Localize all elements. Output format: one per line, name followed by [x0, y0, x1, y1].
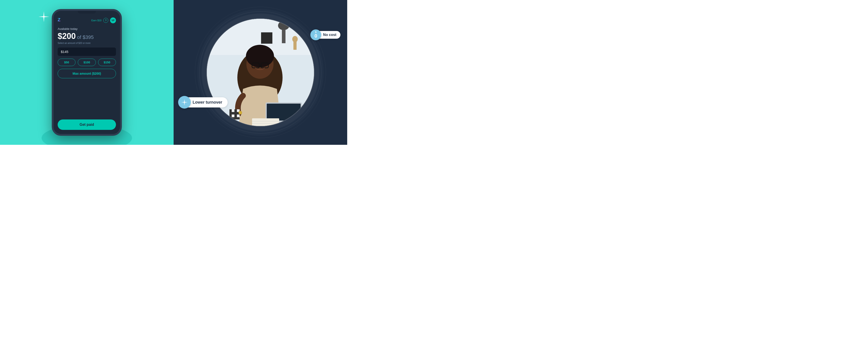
amount-separator: of: [77, 34, 81, 40]
photo-svg: [207, 19, 314, 126]
max-amount-button[interactable]: Max amount ($200): [58, 69, 116, 78]
phone-side-button-right: [121, 33, 122, 45]
get-paid-button[interactable]: Get paid: [58, 119, 116, 130]
right-panel: $ 0 No cost Lower turnover: [174, 0, 347, 145]
svg-rect-6: [261, 32, 272, 44]
user-avatar-badge[interactable]: VP: [110, 18, 116, 23]
svg-rect-21: [252, 118, 279, 126]
sparkle-circle-icon: [178, 96, 191, 109]
svg-rect-17: [237, 114, 240, 117]
app-logo: Z: [58, 17, 64, 24]
no-cost-badge: $ 0 No cost: [310, 29, 340, 40]
phone-mockup: Z Earn $10 ? VP Available today $200 of …: [52, 9, 122, 136]
dollar-amount: 0: [314, 33, 317, 38]
phone-app-header: Z Earn $10 ? VP: [58, 16, 116, 24]
no-cost-dollar-circle: $ 0: [310, 29, 321, 40]
available-amount-display: $200 of $395: [58, 31, 116, 41]
svg-rect-5: [293, 42, 297, 50]
sparkle-svg-icon: [181, 99, 188, 106]
svg-point-20: [239, 111, 242, 114]
person-photo-circle: [206, 18, 315, 127]
phone-notch: [78, 11, 96, 13]
amount-input[interactable]: $145: [58, 48, 116, 56]
quick-amount-100[interactable]: $100: [78, 59, 96, 66]
svg-rect-16: [232, 114, 235, 117]
lower-turnover-badge: Lower turnover: [178, 96, 228, 109]
svg-point-9: [246, 45, 274, 67]
quick-amount-150[interactable]: $150: [98, 59, 116, 66]
svg-rect-19: [267, 104, 301, 120]
logo-z-icon: Z: [58, 17, 60, 22]
svg-rect-3: [282, 30, 285, 43]
photo-background: [207, 19, 314, 126]
lower-turnover-text: Lower turnover: [186, 97, 228, 108]
quick-amount-group: $50 $100 $150: [58, 59, 116, 66]
phone-side-button-left-1: [52, 29, 53, 37]
earn-label: Earn $10: [91, 19, 101, 22]
header-right-group: Earn $10 ? VP: [91, 18, 116, 23]
left-panel: Z Earn $10 ? VP Available today $200 of …: [0, 0, 174, 145]
select-hint: Select an amount of $20 or more: [58, 42, 116, 44]
svg-point-2: [278, 21, 289, 30]
amount-main: $200: [58, 31, 76, 41]
amount-total: $395: [83, 34, 94, 40]
sparkle-decoration-icon: [38, 11, 49, 22]
quick-amount-50[interactable]: $50: [58, 59, 75, 66]
svg-rect-14: [232, 109, 235, 112]
available-today-section: Available today $200 of $395 Select an a…: [58, 27, 116, 44]
help-button[interactable]: ?: [103, 18, 108, 23]
svg-point-4: [292, 36, 298, 42]
phone-side-button-left-2: [52, 39, 53, 47]
available-label: Available today: [58, 27, 116, 31]
